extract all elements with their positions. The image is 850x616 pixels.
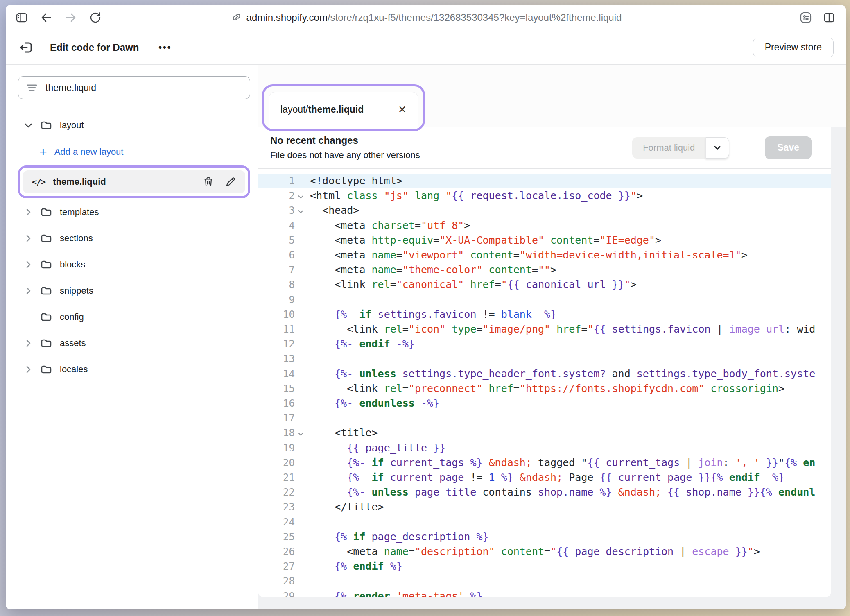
- code-line[interactable]: 5 <meta http-equiv="X-UA-Compatible" con…: [258, 233, 831, 248]
- folder-icon: [40, 232, 52, 245]
- code-line[interactable]: 14 {%- unless settings.type_header_font.…: [258, 367, 831, 381]
- browser-window: admin.shopify.com/store/rzq1xu-f5/themes…: [6, 5, 846, 609]
- line-number: 9: [258, 292, 303, 307]
- back-icon[interactable]: [40, 11, 52, 24]
- folder-sections[interactable]: sections: [18, 229, 250, 248]
- format-liquid-button[interactable]: Format liquid: [632, 137, 705, 159]
- code-text: {%- if settings.favicon != blank -%}: [303, 307, 831, 322]
- code-line[interactable]: 2<html class="js" lang="{{ request.local…: [258, 188, 831, 203]
- delete-file-icon[interactable]: [203, 176, 214, 188]
- code-line[interactable]: 23 </title>: [258, 500, 831, 514]
- code-line[interactable]: 13: [258, 351, 831, 366]
- code-line[interactable]: 10 {%- if settings.favicon != blank -%}: [258, 307, 831, 322]
- folder-blocks[interactable]: blocks: [18, 255, 250, 274]
- code-line[interactable]: 11 <link rel="icon" type="image/png" hre…: [258, 322, 831, 337]
- forward-icon[interactable]: [65, 11, 77, 24]
- folder-templates[interactable]: templates: [18, 202, 250, 222]
- line-number: 11: [258, 322, 303, 337]
- code-line[interactable]: 1<!doctype html>: [258, 174, 831, 188]
- code-line[interactable]: 9: [258, 292, 831, 307]
- folder-layout[interactable]: layout: [18, 116, 250, 135]
- code-line[interactable]: 28: [258, 574, 831, 589]
- code-text: [303, 292, 831, 307]
- line-number: 7: [258, 263, 303, 277]
- tab-strip: layout/theme.liquid ✕: [258, 65, 846, 127]
- chevron-right-icon[interactable]: [24, 234, 33, 243]
- fold-chevron-icon[interactable]: [298, 193, 303, 199]
- code-line[interactable]: 12 {%- endif -%}: [258, 337, 831, 351]
- line-number: 27: [258, 559, 303, 574]
- chevron-right-icon[interactable]: [24, 286, 33, 295]
- code-text: {% endif %}: [303, 559, 831, 574]
- more-actions-menu[interactable]: •••: [158, 42, 172, 53]
- folder-snippets[interactable]: snippets: [18, 281, 250, 301]
- line-number: 12: [258, 337, 303, 351]
- code-line[interactable]: 4 <meta charset="utf-8">: [258, 218, 831, 233]
- chevron-right-icon[interactable]: [24, 260, 33, 269]
- code-text: <meta name="description" content="{{ pag…: [303, 544, 831, 559]
- line-number: 26: [258, 544, 303, 559]
- address-bar[interactable]: admin.shopify.com/store/rzq1xu-f5/themes…: [6, 5, 846, 30]
- code-line[interactable]: 21 {%- if current_page != 1 %} &ndash; P…: [258, 470, 831, 485]
- code-line[interactable]: 3 <head>: [258, 203, 831, 218]
- code-line[interactable]: 19 {{ page_title }}: [258, 441, 831, 455]
- tab-file-name: theme.liquid: [308, 104, 364, 115]
- code-line[interactable]: 20 {%- if current_tags %} &ndash; tagged…: [258, 455, 831, 470]
- app-header: Edit code for Dawn ••• Preview store: [6, 30, 846, 65]
- add-new-layout-button[interactable]: + Add a new layout: [39, 142, 250, 162]
- code-line[interactable]: 22 {%- unless page_title contains shop.n…: [258, 485, 831, 500]
- tab-theme-liquid[interactable]: layout/theme.liquid ✕: [269, 92, 418, 127]
- code-file-icon: </>: [32, 177, 45, 187]
- sidebar-toggle-icon[interactable]: [16, 11, 28, 24]
- exit-editor-icon[interactable]: [18, 39, 34, 56]
- code-line[interactable]: 7 <meta name="theme-color" content="">: [258, 263, 831, 277]
- line-number: 3: [258, 203, 303, 218]
- code-line[interactable]: 6 <meta name="viewport" content="width=d…: [258, 248, 831, 263]
- code-text: <link rel="canonical" href="{{ canonical…: [303, 277, 831, 292]
- code-line[interactable]: 29 {% render 'meta-tags' %}: [258, 589, 831, 597]
- preview-store-button[interactable]: Preview store: [753, 38, 834, 57]
- folder-label: templates: [60, 207, 99, 217]
- chevron-right-icon[interactable]: [24, 208, 33, 217]
- file-search-input[interactable]: theme.liquid: [18, 76, 250, 99]
- code-line[interactable]: 26 <meta name="description" content="{{ …: [258, 544, 831, 559]
- folder-icon: [40, 363, 52, 376]
- format-liquid-split-button: Format liquid: [632, 137, 729, 159]
- format-options-dropdown[interactable]: [705, 137, 729, 159]
- folder-locales[interactable]: locales: [18, 360, 250, 379]
- file-theme-liquid[interactable]: </> theme.liquid: [23, 170, 245, 193]
- code-line[interactable]: 18 <title>: [258, 426, 831, 440]
- url-host: admin.shopify.com: [246, 12, 328, 23]
- folder-icon: [40, 119, 52, 131]
- code-line[interactable]: 17: [258, 411, 831, 426]
- line-number: 15: [258, 381, 303, 396]
- folder-config[interactable]: config: [18, 307, 250, 327]
- code-line[interactable]: 25 {% if page_description %}: [258, 530, 831, 544]
- edit-file-icon[interactable]: [225, 176, 236, 188]
- code-text: <meta http-equiv="X-UA-Compatible" conte…: [303, 233, 831, 248]
- fold-chevron-icon[interactable]: [298, 431, 303, 436]
- code-text: {%- endunless -%}: [303, 396, 831, 411]
- file-tree: layout + Add a new layout </> theme.liqu…: [18, 116, 250, 379]
- line-number: 19: [258, 441, 303, 455]
- fold-chevron-icon[interactable]: [298, 208, 303, 214]
- chevron-right-icon[interactable]: [24, 365, 33, 374]
- folder-label: assets: [60, 338, 86, 349]
- chevron-right-icon[interactable]: [24, 339, 33, 348]
- code-line[interactable]: 24: [258, 515, 831, 530]
- code-line[interactable]: 27 {% endif %}: [258, 559, 831, 574]
- folder-icon: [40, 337, 52, 349]
- reload-icon[interactable]: [89, 11, 102, 24]
- close-tab-icon[interactable]: ✕: [398, 104, 407, 116]
- chevron-down-icon[interactable]: [24, 121, 33, 130]
- code-editor[interactable]: 1<!doctype html>2<html class="js" lang="…: [258, 169, 831, 597]
- filter-icon: [26, 82, 38, 94]
- folder-assets[interactable]: assets: [18, 333, 250, 353]
- save-button[interactable]: Save: [765, 136, 812, 159]
- code-line[interactable]: 8 <link rel="canonical" href="{{ canonic…: [258, 277, 831, 292]
- code-line[interactable]: 15 <link rel="preconnect" href="https://…: [258, 381, 831, 396]
- code-text: <meta charset="utf-8">: [303, 218, 831, 233]
- browser-settings-icon[interactable]: [799, 11, 812, 24]
- code-line[interactable]: 16 {%- endunless -%}: [258, 396, 831, 411]
- split-view-icon[interactable]: [823, 11, 835, 24]
